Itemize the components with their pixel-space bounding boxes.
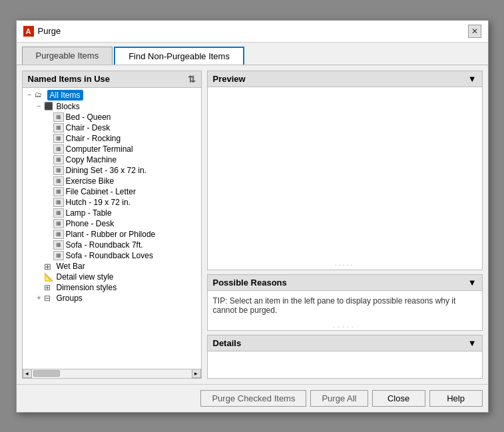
all-items-label: All Items	[47, 90, 83, 101]
block-label: Chair - Desk	[66, 123, 111, 132]
left-panel-title: Named Items in Use	[28, 74, 111, 84]
horizontal-scrollbar[interactable]: ◂ ▸	[23, 369, 201, 378]
detail-label: Wet Bar	[57, 262, 85, 271]
blocks-icon: ⬛	[44, 102, 55, 111]
collapse-preview-icon[interactable]: ▼	[468, 74, 477, 84]
list-item[interactable]: 📐 Detail view style	[23, 272, 201, 282]
list-item[interactable]: ▦ Exercise Bike	[23, 176, 201, 186]
block-label: Phone - Desk	[66, 219, 115, 228]
list-item[interactable]: ▦ Dining Set - 36 x 72 in.	[23, 165, 201, 176]
block-icon: ▦	[53, 134, 64, 143]
preview-dots: .....	[335, 260, 354, 267]
tab-purgeable-items[interactable]: Purgeable Items	[22, 47, 113, 65]
groups-icon: ⊞	[44, 283, 55, 292]
folder-icon: 🗂	[35, 91, 45, 100]
collapse-details-icon[interactable]: ▼	[468, 338, 477, 348]
collapse-reasons-icon[interactable]: ▼	[468, 278, 477, 288]
block-label: Hutch - 19 x 72 in.	[66, 198, 130, 207]
purge-checked-button[interactable]: Purge Checked Items	[200, 390, 306, 407]
reasons-divider: .....	[208, 320, 482, 330]
block-icon: ▦	[53, 176, 64, 186]
title-bar: A Purge ✕	[17, 21, 488, 43]
right-panel: Preview ▼ ..... Possible Reasons ▼ TIP: …	[207, 71, 483, 379]
expander-blocks[interactable]: −	[35, 103, 44, 110]
expander-all-items[interactable]: −	[25, 91, 35, 99]
help-button[interactable]: Help	[429, 390, 483, 407]
list-item[interactable]: ▦ Chair - Rocking	[23, 133, 201, 144]
list-item[interactable]: ▦ Hutch - 19 x 72 in.	[23, 197, 201, 208]
close-button[interactable]: ✕	[468, 25, 481, 38]
list-item[interactable]: ▦ Computer Terminal	[23, 144, 201, 154]
list-item[interactable]: ▦ Sofa - Roundback Loves	[23, 250, 201, 261]
expander-dim[interactable]	[35, 273, 44, 280]
block-icon: ▦	[53, 198, 64, 207]
block-label: Copy Machine	[66, 155, 117, 164]
dialog-title: Purge	[38, 26, 61, 36]
preview-title: Preview	[213, 74, 246, 84]
block-icon: ▦	[53, 123, 64, 132]
preview-area: .....	[208, 87, 482, 270]
block-label: Dining Set - 36 x 72 in.	[66, 166, 146, 175]
scroll-right-arrow[interactable]: ▸	[192, 369, 201, 378]
scroll-thumb[interactable]	[33, 370, 60, 377]
list-item[interactable]: ▦ Bed - Queen	[23, 112, 201, 122]
footer: Purge Checked Items Purge All Close Help	[17, 384, 488, 412]
block-label: Exercise Bike	[66, 176, 115, 186]
possible-reasons-section: Possible Reasons ▼ TIP: Select an item i…	[207, 274, 483, 331]
left-panel-header: Named Items in Use ⇅	[23, 71, 201, 88]
list-item[interactable]: ▦ Copy Machine	[23, 154, 201, 165]
list-item[interactable]: ▦ File Cabinet - Letter	[23, 186, 201, 197]
list-item[interactable]: ▦ Sofa - Roundback 7ft.	[23, 240, 201, 250]
details-body	[208, 351, 482, 378]
scroll-track[interactable]	[32, 369, 192, 378]
tree-item-blocks[interactable]: − ⬛ Blocks	[23, 101, 201, 112]
sort-icon: ⇅	[188, 74, 196, 85]
list-item[interactable]: ▦ Chair - Desk	[23, 122, 201, 133]
possible-reasons-tip: TIP: Select an item in the left pane to …	[213, 296, 456, 315]
dim-icon: 📐	[44, 272, 55, 282]
tab-bar: Purgeable Items Find Non-Purgeable Items	[17, 43, 488, 65]
groups-label: Dimension styles	[57, 283, 117, 292]
title-bar-left: A Purge	[23, 26, 61, 37]
block-icon: ▦	[53, 166, 64, 175]
expander-detail[interactable]	[35, 262, 44, 270]
expander-layers[interactable]: +	[35, 294, 44, 302]
block-icon: ▦	[53, 219, 64, 228]
purge-all-button[interactable]: Purge All	[310, 390, 368, 407]
layers-label: Groups	[57, 294, 83, 303]
tab-find-non-purgeable[interactable]: Find Non-Purgeable Items	[114, 47, 244, 65]
possible-reasons-title: Possible Reasons	[213, 278, 287, 288]
tree-item-all-items[interactable]: − 🗂 All Items	[23, 89, 201, 101]
details-title: Details	[213, 338, 242, 348]
block-icon: ▦	[53, 155, 64, 164]
layers-icon: ⊟	[44, 294, 55, 303]
left-panel: Named Items in Use ⇅ − 🗂 All Items − ⬛ B…	[22, 71, 202, 379]
app-icon: A	[23, 26, 34, 37]
block-label: File Cabinet - Letter	[66, 187, 136, 196]
list-item[interactable]: ▦ Lamp - Table	[23, 208, 201, 218]
close-dialog-button[interactable]: Close	[372, 390, 425, 407]
block-label: Chair - Rocking	[66, 134, 121, 143]
scroll-left-arrow[interactable]: ◂	[23, 369, 32, 378]
possible-reasons-body: TIP: Select an item in the left pane to …	[208, 291, 482, 320]
details-header: Details ▼	[208, 335, 482, 351]
expander-groups[interactable]	[35, 284, 44, 291]
details-section: Details ▼	[207, 335, 483, 379]
list-item[interactable]: + ⊟ Groups	[23, 293, 201, 304]
block-icon: ▦	[53, 112, 64, 122]
tree-container[interactable]: − 🗂 All Items − ⬛ Blocks ▦ Bed - Queen ▦	[23, 88, 201, 369]
block-icon: ▦	[53, 251, 64, 260]
block-icon: ▦	[53, 240, 64, 250]
list-item[interactable]: ⊞ Wet Bar	[23, 261, 201, 272]
block-icon: ▦	[53, 230, 64, 239]
preview-section: Preview ▼ .....	[207, 71, 483, 270]
block-label: Sofa - Roundback 7ft.	[66, 240, 143, 250]
possible-reasons-header: Possible Reasons ▼	[208, 275, 482, 291]
detail-icon: ⊞	[44, 262, 55, 271]
list-item[interactable]: ▦ Plant - Rubber or Philode	[23, 229, 201, 240]
list-item[interactable]: ▦ Phone - Desk	[23, 218, 201, 229]
block-icon: ▦	[53, 208, 64, 218]
preview-header: Preview ▼	[208, 71, 482, 87]
list-item[interactable]: ⊞ Dimension styles	[23, 282, 201, 293]
block-icon: ▦	[53, 144, 64, 154]
